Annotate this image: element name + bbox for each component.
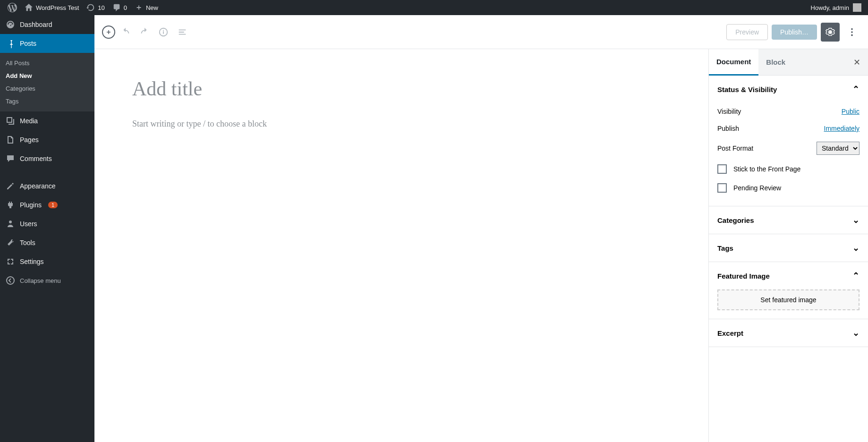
panel-excerpt: Excerpt ⌄ [709,319,868,347]
panel-tags: Tags ⌄ [709,234,868,262]
preview-button[interactable]: Preview [726,24,768,40]
plugins-icon [6,200,15,210]
menu-dashboard[interactable]: Dashboard [0,15,94,34]
svg-point-4 [851,31,853,33]
dashboard-icon [6,20,15,29]
menu-comments[interactable]: Comments [0,149,94,168]
appearance-icon [6,181,15,191]
info-icon [158,27,169,37]
list-icon [177,27,187,37]
svg-point-0 [7,277,14,284]
plugins-badge: 1 [48,202,58,208]
submenu-tags[interactable]: Tags [0,95,94,108]
submenu-categories[interactable]: Categories [0,82,94,95]
comments-link[interactable]: 0 [109,0,131,15]
menu-users[interactable]: Users [0,214,94,233]
settings-sidebar: Document Block ✕ Status & Visibility ⌃ V… [708,49,868,442]
visibility-label: Visibility [717,108,741,115]
undo-icon [120,27,131,37]
chevron-up-icon: ⌃ [852,84,859,94]
panel-categories: Categories ⌄ [709,206,868,234]
wordpress-icon [8,3,17,12]
admin-bar: WordPress Test 10 0 New Howdy, admin [0,0,868,15]
wp-logo[interactable] [4,0,21,15]
menu-pages[interactable]: Pages [0,130,94,149]
menu-plugins[interactable]: Plugins 1 [0,196,94,214]
panel-status: Status & Visibility ⌃ Visibility Public … [709,76,868,206]
plus-icon [105,28,112,36]
settings-icon [6,257,15,266]
site-name: WordPress Test [36,4,79,11]
admin-menu: Dashboard Posts All Posts Add New Catego… [0,15,94,442]
close-sidebar-button[interactable]: ✕ [846,51,868,73]
collapse-menu[interactable]: Collapse menu [0,271,94,290]
info-button[interactable] [155,24,172,41]
post-title-input[interactable] [132,77,671,100]
chevron-down-icon: ⌄ [852,243,859,253]
panel-featured-image: Featured Image ⌃ Set featured image [709,262,868,319]
more-vertical-icon [847,27,857,37]
comments-icon [6,154,15,163]
visibility-value[interactable]: Public [842,108,859,115]
pages-icon [6,135,15,144]
menu-appearance[interactable]: Appearance [0,177,94,196]
chevron-down-icon: ⌄ [852,328,859,338]
publish-label: Publish [717,125,739,132]
updates-link[interactable]: 10 [83,0,108,15]
set-featured-image-button[interactable]: Set featured image [717,289,859,310]
panel-excerpt-header[interactable]: Excerpt ⌄ [709,319,868,347]
panel-tags-header[interactable]: Tags ⌄ [709,234,868,262]
new-label: New [146,4,158,11]
publish-button[interactable]: Publish… [772,25,817,40]
editor: Preview Publish… Document Block ✕ St [94,15,868,442]
settings-tabs: Document Block ✕ [709,49,868,76]
svg-point-5 [851,34,853,36]
menu-settings[interactable]: Settings [0,252,94,271]
format-label: Post Format [717,144,753,152]
stick-label: Stick to the Front Page [733,165,800,173]
outline-button[interactable] [174,24,191,41]
posts-submenu: All Posts Add New Categories Tags [0,53,94,111]
menu-tools[interactable]: Tools [0,233,94,252]
more-button[interactable] [843,23,860,42]
users-icon [6,219,15,229]
media-icon [6,116,15,126]
close-icon: ✕ [853,58,860,67]
account-link[interactable]: Howdy, admin [811,3,864,12]
gear-icon [825,27,835,37]
collapse-icon [6,276,15,285]
panel-status-header[interactable]: Status & Visibility ⌃ [709,76,868,103]
site-link[interactable]: WordPress Test [21,0,83,15]
comments-count: 0 [124,4,127,11]
menu-media[interactable]: Media [0,111,94,130]
stick-checkbox[interactable] [717,164,727,174]
editor-canvas[interactable] [94,49,708,442]
settings-button[interactable] [821,23,840,42]
redo-icon [139,27,150,37]
new-content-link[interactable]: New [131,0,162,15]
chevron-up-icon: ⌃ [852,271,859,281]
avatar [853,3,861,12]
tab-document[interactable]: Document [709,49,758,76]
submenu-all-posts[interactable]: All Posts [0,57,94,69]
redo-button[interactable] [136,24,153,41]
home-icon [25,3,33,12]
submenu-add-new[interactable]: Add New [0,69,94,82]
updates-count: 10 [98,4,104,11]
panel-categories-header[interactable]: Categories ⌄ [709,206,868,234]
add-block-button[interactable] [102,26,115,39]
undo-button[interactable] [117,24,134,41]
tab-block[interactable]: Block [758,50,793,75]
tools-icon [6,238,15,247]
panel-featured-header[interactable]: Featured Image ⌃ [709,262,868,289]
svg-point-2 [829,31,832,34]
pending-label: Pending Review [733,184,781,192]
editor-toolbar: Preview Publish… [94,15,868,49]
svg-point-3 [851,28,853,30]
post-body-input[interactable] [132,119,671,129]
chevron-down-icon: ⌄ [852,215,859,225]
pending-checkbox[interactable] [717,183,727,193]
post-format-select[interactable]: Standard [817,142,859,155]
publish-value[interactable]: Immediately [824,125,859,132]
menu-posts[interactable]: Posts [0,34,94,53]
